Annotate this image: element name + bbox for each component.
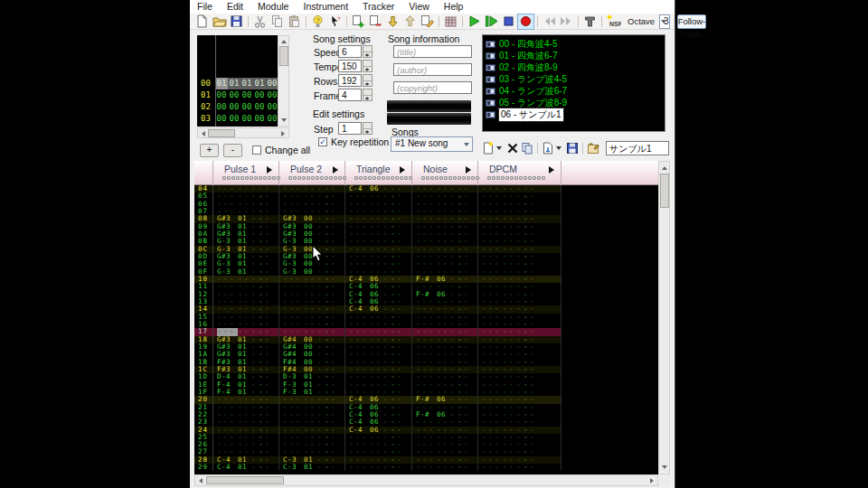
- pattern-cell[interactable]: C-301----: [279, 464, 345, 471]
- frame-pattern-value[interactable]: 00: [228, 113, 241, 125]
- inst-clone-icon[interactable]: [520, 141, 534, 155]
- edit-instrument-icon[interactable]: [419, 14, 436, 30]
- channel-arrow-icon[interactable]: [333, 166, 338, 174]
- speed-input[interactable]: 6: [338, 45, 362, 58]
- effect-field[interactable]: ---: [458, 464, 475, 471]
- songs-combo[interactable]: #1 New song: [391, 136, 473, 152]
- frame-vscrollbar[interactable]: [278, 35, 289, 127]
- scroll-right-icon[interactable]: [281, 131, 285, 136]
- module-properties-icon[interactable]: [442, 14, 459, 30]
- frame-pattern-value[interactable]: 01: [215, 78, 228, 89]
- menu-view[interactable]: View: [401, 0, 437, 14]
- change-all-checkbox[interactable]: [252, 145, 261, 155]
- frames-input[interactable]: 4: [338, 89, 362, 101]
- inst-new-icon[interactable]: [481, 141, 495, 155]
- chevron-down-icon[interactable]: [556, 146, 561, 150]
- volume-field[interactable]: -: [450, 464, 458, 471]
- inst-remove-icon[interactable]: [505, 141, 520, 155]
- note-field[interactable]: ---: [416, 464, 437, 471]
- effect-field[interactable]: ---: [259, 464, 276, 471]
- pattern-cell[interactable]: C-401----: [213, 464, 279, 471]
- instrument-field[interactable]: 01: [238, 464, 251, 471]
- frame-pattern-value[interactable]: 00: [253, 89, 266, 101]
- instrument-item[interactable]: 00 - 四角波4-5: [486, 38, 557, 50]
- tempo-spinner[interactable]: [363, 60, 373, 72]
- add-instrument-icon[interactable]: [350, 14, 367, 30]
- author-input[interactable]: (author): [393, 63, 472, 76]
- step-input[interactable]: 1: [338, 122, 362, 135]
- frames-spinner[interactable]: [363, 89, 373, 101]
- halt-sound-icon[interactable]: [581, 14, 599, 30]
- instrument-field[interactable]: --: [370, 464, 383, 471]
- edit-cursor-icon[interactable]: ?: [326, 14, 344, 30]
- frame-pattern-value[interactable]: 01: [253, 78, 266, 89]
- scroll-right-icon[interactable]: [650, 478, 654, 483]
- frame-pattern-value[interactable]: 00: [253, 101, 266, 113]
- frame-pattern-value[interactable]: 01: [228, 78, 241, 89]
- instrument-item[interactable]: 03 - ランプ波4-5: [486, 73, 567, 85]
- copyright-input[interactable]: (copyright): [393, 81, 472, 94]
- frame-pattern-value[interactable]: 00: [266, 89, 278, 101]
- paste-icon[interactable]: [286, 14, 303, 30]
- frame-pattern-value[interactable]: 00: [228, 89, 241, 101]
- volume-field[interactable]: -: [383, 464, 391, 471]
- frame-row[interactable]: 010000000000: [197, 89, 278, 101]
- scroll-up-icon[interactable]: [662, 166, 667, 170]
- follow-mode-button[interactable]: Follow-mode: [677, 14, 707, 29]
- channel-arrow-icon[interactable]: [466, 166, 471, 174]
- note-field[interactable]: ---: [349, 464, 370, 471]
- frame-remove-button[interactable]: -: [223, 144, 242, 157]
- stop-icon[interactable]: [500, 14, 517, 30]
- instrument-item[interactable]: 06 - サンプル1: [486, 108, 563, 120]
- tempo-input[interactable]: 150: [338, 60, 362, 72]
- scroll-down-icon[interactable]: [662, 465, 667, 469]
- instrument-list[interactable]: 00 - 四角波4-501 - 四角波6-702 - 四角波8-903 - ラン…: [482, 34, 665, 132]
- pattern-cell[interactable]: ---------: [478, 464, 561, 471]
- cut-icon[interactable]: [251, 14, 269, 30]
- frame-pattern-value[interactable]: 00: [241, 89, 253, 101]
- pattern-hscrollbar[interactable]: [194, 474, 658, 486]
- open-file-icon[interactable]: [211, 14, 228, 30]
- pattern-vscroll-thumb[interactable]: [660, 174, 669, 208]
- scroll-down-icon[interactable]: [281, 118, 287, 122]
- frame-pattern-value[interactable]: 00: [241, 101, 253, 113]
- menu-help[interactable]: Help: [437, 0, 471, 14]
- channel-header-pulse-2[interactable]: Pulse 2: [279, 161, 345, 185]
- frame-vscroll-thumb[interactable]: [279, 46, 288, 66]
- menu-module[interactable]: Module: [250, 0, 296, 14]
- inst-edit-icon[interactable]: [586, 141, 600, 155]
- copy-icon[interactable]: [269, 14, 286, 30]
- scroll-left-icon[interactable]: [199, 478, 203, 483]
- frame-pattern-value[interactable]: 00: [266, 101, 278, 113]
- frame-hscroll-thumb[interactable]: [208, 129, 235, 137]
- frame-row[interactable]: 030000000000: [197, 113, 278, 125]
- title-input[interactable]: (title): [393, 45, 472, 58]
- note-field[interactable]: ---: [482, 464, 503, 471]
- move-down-icon[interactable]: [384, 14, 401, 30]
- inst-load-icon[interactable]: [541, 141, 555, 155]
- pattern-rows[interactable]: 04------------------C-406---------------…: [194, 185, 561, 471]
- instrument-field[interactable]: --: [437, 464, 450, 471]
- channel-header-triangle[interactable]: Triangle: [345, 161, 412, 185]
- octave-combo[interactable]: 3: [659, 14, 670, 29]
- effect-field[interactable]: ---: [325, 464, 342, 471]
- step-spinner[interactable]: [363, 122, 373, 135]
- frame-pattern-value[interactable]: 00: [215, 101, 228, 113]
- prev-frame-icon[interactable]: [541, 14, 558, 30]
- instrument-item[interactable]: 05 - ランプ波8-9: [486, 97, 567, 108]
- channel-header-noise[interactable]: Noise: [412, 161, 478, 185]
- frame-pattern-value[interactable]: 00: [266, 78, 278, 89]
- new-file-icon[interactable]: [193, 14, 211, 30]
- play-icon[interactable]: [466, 14, 483, 30]
- remove-instrument-icon[interactable]: [367, 14, 384, 30]
- pattern-vscrollbar[interactable]: [658, 161, 670, 474]
- menu-edit[interactable]: Edit: [220, 0, 250, 14]
- volume-field[interactable]: -: [317, 464, 325, 471]
- channel-header-dpcm[interactable]: DPCM: [478, 161, 561, 185]
- record-icon[interactable]: [517, 14, 534, 30]
- note-field[interactable]: C-4: [217, 464, 238, 471]
- scroll-up-icon[interactable]: [281, 40, 287, 43]
- speed-spinner[interactable]: [363, 45, 373, 58]
- instrument-item[interactable]: 02 - 四角波8-9: [486, 61, 557, 73]
- pattern-row[interactable]: 29C-401----C-301------------------------…: [194, 464, 561, 471]
